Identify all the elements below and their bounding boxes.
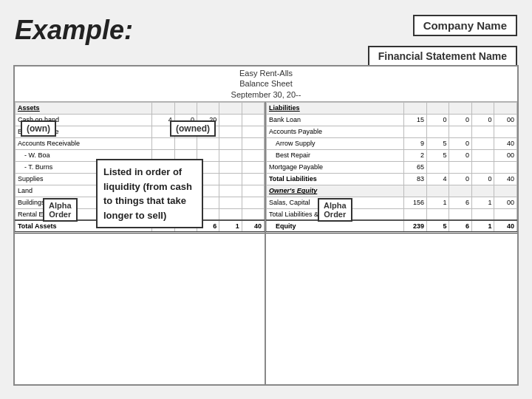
assets-column: Assets Cash on hand 4 0 20 [15, 102, 266, 386]
liabilities-header-label: Liabilities [267, 102, 404, 114]
table-row: Best Repair 2 5 0 00 [267, 149, 517, 161]
liquidity-annotation: Listed in order of liquidity (from cash … [96, 159, 203, 228]
assets-header-row: Assets [16, 102, 265, 114]
assets-h1 [152, 102, 174, 114]
table-row: Accounts Payable [267, 126, 517, 137]
liabilities-header-row: Liabilities [267, 102, 517, 114]
equity-header-row: Owner's Equity [267, 185, 517, 197]
liquidity-text: Listed in order of liquidity (from cash … [103, 166, 192, 221]
balance-sheet-columns: Assets Cash on hand 4 0 20 [15, 102, 517, 386]
company-name-label: Company Name [423, 19, 507, 32]
company-header: Easy Rent-Alls [15, 68, 517, 78]
table-row: Bank Loan 15 0 0 0 00 [267, 114, 517, 126]
table-row: Total Liabilities 83 4 0 0 40 [267, 173, 517, 185]
table-row: Salas, Capital 156 1 6 1 00 [267, 197, 517, 208]
date-header: September 30, 20-- [15, 89, 517, 100]
total-liabilities-equity-row: Equity 239 5 6 1 40 [267, 220, 517, 232]
assets-h5 [242, 102, 264, 114]
financial-stmt-box: Financial Statement Name [368, 46, 517, 66]
owned-annotation: (owned) [170, 120, 216, 137]
statement-header: Balance Sheet [15, 78, 517, 89]
assets-h2 [174, 102, 197, 114]
table-row: Total Liabilities & [267, 208, 517, 220]
table-row: Arrow Supply 9 5 0 40 [267, 137, 517, 149]
assets-h4 [219, 102, 242, 114]
company-name-box: Company Name [413, 15, 517, 36]
slide: Example: Company Name Financial Statemen… [0, 0, 532, 399]
balance-sheet-container: Easy Rent-Alls Balance Sheet September 3… [13, 65, 519, 386]
alpha-order-right-annotation: AlphaOrder [318, 198, 352, 222]
liabilities-column: Liabilities Bank Loan 15 0 0 0 00 [266, 102, 517, 386]
alpha-order-left-annotation: AlphaOrder [43, 198, 78, 222]
table-row: Accounts Receivable [16, 137, 265, 149]
financial-stmt-label: Financial Statement Name [378, 50, 507, 62]
table-header: Easy Rent-Alls Balance Sheet September 3… [15, 66, 517, 102]
assets-h3 [197, 102, 219, 114]
assets-header-label: Assets [16, 102, 152, 114]
table-row: Mortgage Payable 65 [267, 161, 517, 173]
own-annotation: (own) [21, 120, 56, 137]
liabilities-table: Liabilities Bank Loan 15 0 0 0 00 [266, 102, 517, 233]
